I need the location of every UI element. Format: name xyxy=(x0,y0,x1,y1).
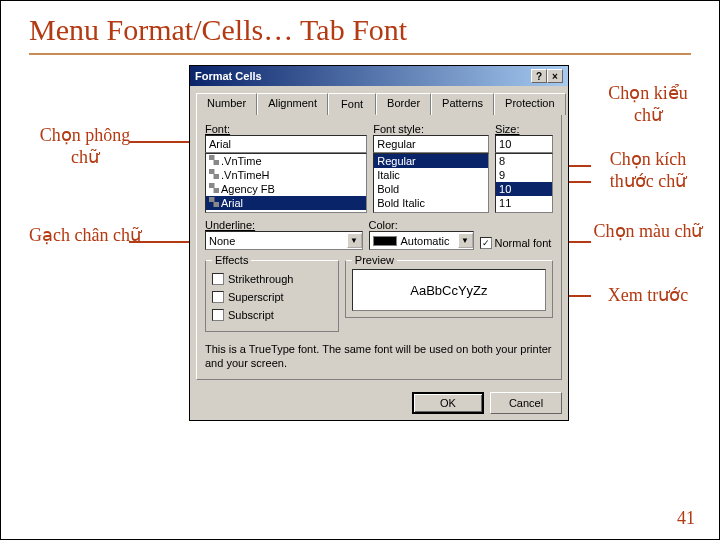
annotation-preview: Xem trước xyxy=(593,285,703,307)
font-label: Font: xyxy=(205,123,367,135)
style-listbox[interactable]: Regular Italic Bold Bold Italic xyxy=(373,153,489,213)
color-dropdown[interactable]: Automatic ▼ xyxy=(369,231,474,250)
annotation-underline: Gạch chân chữ xyxy=(25,225,145,247)
color-swatch-icon xyxy=(373,236,397,246)
chevron-down-icon[interactable]: ▼ xyxy=(347,233,362,248)
effects-title: Effects xyxy=(212,254,251,266)
slide-title: Menu Format/Cells… Tab Font xyxy=(29,13,691,47)
underline-value: None xyxy=(206,233,347,249)
size-option[interactable]: 11 xyxy=(496,196,552,210)
size-label: Size: xyxy=(495,123,553,135)
ok-button[interactable]: OK xyxy=(412,392,484,414)
annotation-color: Chọn màu chữ xyxy=(593,221,703,243)
font-option[interactable]: .VnTime xyxy=(206,154,366,168)
font-option[interactable]: Arial xyxy=(206,196,366,210)
underline-dropdown[interactable]: None ▼ xyxy=(205,231,363,250)
style-option[interactable]: Italic xyxy=(374,168,488,182)
size-option[interactable]: 8 xyxy=(496,154,552,168)
dialog-titlebar[interactable]: Format Cells ? × xyxy=(190,66,568,86)
annotation-font: Chọn phông chữ xyxy=(25,125,145,168)
color-label: Color: xyxy=(369,219,474,231)
size-listbox[interactable]: 8 9 10 11 xyxy=(495,153,553,213)
font-option[interactable]: .VnTimeH xyxy=(206,168,366,182)
format-cells-dialog: Format Cells ? × Number Alignment Font B… xyxy=(189,65,569,421)
preview-group: Preview AaBbCcYyZz xyxy=(345,260,553,318)
checkbox-icon: ✓ xyxy=(480,237,492,249)
tab-border[interactable]: Border xyxy=(376,93,431,115)
size-input[interactable]: 10 xyxy=(495,135,553,153)
style-label: Font style: xyxy=(373,123,489,135)
style-input[interactable]: Regular xyxy=(373,135,489,153)
superscript-checkbox[interactable]: Superscript xyxy=(212,289,332,305)
chevron-down-icon[interactable]: ▼ xyxy=(458,233,473,248)
subscript-checkbox[interactable]: Subscript xyxy=(212,307,332,323)
size-option[interactable]: 9 xyxy=(496,168,552,182)
checkbox-icon xyxy=(212,309,224,321)
effects-group: Effects Strikethrough Superscript Subscr… xyxy=(205,260,339,332)
title-divider xyxy=(29,53,691,55)
style-option[interactable]: Regular xyxy=(374,154,488,168)
close-button[interactable]: × xyxy=(547,69,563,83)
size-option[interactable]: 10 xyxy=(496,182,552,196)
preview-box: AaBbCcYyZz xyxy=(352,269,546,311)
tab-alignment[interactable]: Alignment xyxy=(257,93,328,115)
tab-strip: Number Alignment Font Border Patterns Pr… xyxy=(196,92,562,115)
checkbox-icon xyxy=(212,291,224,303)
tab-font[interactable]: Font xyxy=(328,93,376,115)
color-value: Automatic xyxy=(370,233,458,249)
tab-protection[interactable]: Protection xyxy=(494,93,566,115)
font-input[interactable]: Arial xyxy=(205,135,367,153)
help-button[interactable]: ? xyxy=(531,69,547,83)
preview-title: Preview xyxy=(352,254,397,266)
cancel-button[interactable]: Cancel xyxy=(490,392,562,414)
dialog-title: Format Cells xyxy=(195,70,262,82)
annotation-size: Chọn kích thước chữ xyxy=(593,149,703,192)
strikethrough-checkbox[interactable]: Strikethrough xyxy=(212,271,332,287)
tab-patterns[interactable]: Patterns xyxy=(431,93,494,115)
normal-font-label: Normal font xyxy=(495,237,552,249)
slide-number: 41 xyxy=(677,508,695,529)
normal-font-checkbox[interactable]: ✓ Normal font xyxy=(480,237,554,249)
font-option[interactable]: Agency FB xyxy=(206,182,366,196)
style-option[interactable]: Bold Italic xyxy=(374,196,488,210)
tab-number[interactable]: Number xyxy=(196,93,257,115)
font-listbox[interactable]: .VnTime .VnTimeH Agency FB Arial xyxy=(205,153,367,213)
annotation-style: Chọn kiểu chữ xyxy=(593,83,703,126)
style-option[interactable]: Bold xyxy=(374,182,488,196)
underline-label: Underline: xyxy=(205,219,363,231)
font-note: This is a TrueType font. The same font w… xyxy=(205,342,553,371)
checkbox-icon xyxy=(212,273,224,285)
